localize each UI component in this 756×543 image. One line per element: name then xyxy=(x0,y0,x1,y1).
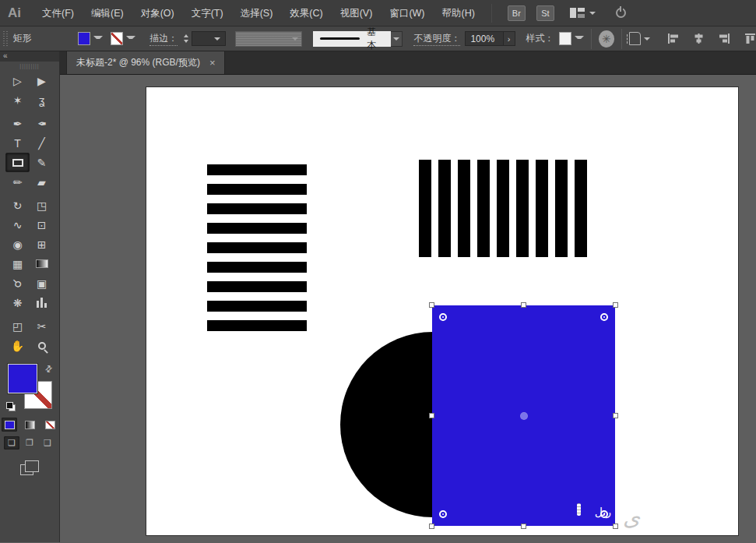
vertical-stripe[interactable] xyxy=(438,160,451,257)
menu-item[interactable]: 文件(F) xyxy=(33,0,83,26)
opacity-field[interactable]: 100% xyxy=(465,31,503,46)
object-center-point[interactable] xyxy=(521,413,527,419)
width-tool[interactable]: ∿ xyxy=(5,215,30,234)
vertical-stripe[interactable] xyxy=(575,160,587,257)
slice-tool[interactable]: ✂ xyxy=(30,316,54,336)
horizontal-stripe[interactable] xyxy=(207,203,307,214)
perspective-grid-tool[interactable]: ⊞ xyxy=(30,234,54,254)
mesh-tool[interactable]: ▦ xyxy=(5,254,30,273)
panel-collapse-button[interactable]: « xyxy=(0,51,59,62)
stroke-weight-field[interactable] xyxy=(192,31,226,46)
horizontal-stripe[interactable] xyxy=(207,242,307,253)
document-setup-button[interactable] xyxy=(629,32,650,45)
horizontal-stripe[interactable] xyxy=(207,164,307,175)
recolor-artwork-icon[interactable]: ✳ xyxy=(599,30,614,48)
stroke-color-none-swatch[interactable] xyxy=(111,32,123,45)
workspace-switcher[interactable] xyxy=(570,8,596,18)
opacity-label[interactable]: 不透明度： xyxy=(413,32,460,46)
bridge-button[interactable]: Br xyxy=(508,5,526,21)
lasso-tool[interactable]: ʓ xyxy=(30,90,54,110)
free-transform-tool[interactable]: ⊡ xyxy=(30,215,54,234)
vertical-stripe[interactable] xyxy=(458,160,470,257)
paintbrush-tool[interactable]: ✎ xyxy=(30,153,54,172)
artboard-tool[interactable]: ◰ xyxy=(5,316,30,336)
draw-behind-button[interactable]: ❐ xyxy=(22,436,37,450)
rectangle-tool[interactable] xyxy=(5,153,30,172)
horizontal-stripe[interactable] xyxy=(207,184,307,195)
cs-live-icon[interactable] xyxy=(616,8,626,18)
pen-tool[interactable]: ✒ xyxy=(5,114,30,133)
horizontal-stripe[interactable] xyxy=(207,301,307,312)
tab-close-icon[interactable]: × xyxy=(209,58,216,68)
swap-fill-stroke-icon[interactable]: ⇄ xyxy=(43,363,55,376)
pencil-tool[interactable]: ✏ xyxy=(5,172,30,192)
stroke-dropdown-icon[interactable] xyxy=(126,36,135,42)
horizontal-stripe[interactable] xyxy=(207,262,307,273)
panel-drag-handle[interactable]: ||||||||| xyxy=(0,62,59,70)
selection-handle[interactable] xyxy=(429,524,434,529)
live-corner-widget[interactable] xyxy=(600,313,608,321)
screen-mode-button[interactable] xyxy=(20,460,39,475)
selection-handle[interactable] xyxy=(613,413,618,418)
menu-item[interactable]: 编辑(E) xyxy=(83,0,132,26)
blend-tool[interactable]: ▣ xyxy=(30,273,54,293)
default-fill-stroke-icon[interactable] xyxy=(6,402,16,411)
vertical-stripe[interactable] xyxy=(497,160,509,257)
fill-color-swatch[interactable] xyxy=(78,32,90,45)
scale-tool[interactable]: ◳ xyxy=(30,196,54,215)
curvature-pen-tool[interactable]: ✒ xyxy=(30,114,54,133)
menu-item[interactable]: 视图(V) xyxy=(332,0,382,26)
selection-handle[interactable] xyxy=(613,302,618,308)
zoom-tool[interactable] xyxy=(30,336,54,355)
align-left-icon[interactable] xyxy=(667,33,679,44)
type-tool[interactable]: T xyxy=(5,133,30,153)
hand-tool[interactable]: ✋ xyxy=(5,336,30,355)
selection-handle[interactable] xyxy=(429,302,434,308)
vertical-stripe[interactable] xyxy=(419,160,431,257)
selected-blue-rectangle[interactable]: ریل ی xyxy=(432,305,615,526)
opacity-expand-button[interactable]: › xyxy=(504,31,515,46)
fill-proxy-swatch[interactable] xyxy=(8,364,37,393)
style-dropdown-icon[interactable] xyxy=(575,36,584,42)
gradient-button[interactable] xyxy=(22,418,37,432)
vertical-stripe[interactable] xyxy=(555,160,568,257)
column-graph-tool[interactable] xyxy=(30,293,54,312)
color-button[interactable] xyxy=(2,418,17,432)
horizontal-stripe[interactable] xyxy=(207,320,307,331)
selection-tool[interactable]: ▷ xyxy=(5,71,30,90)
selection-handle[interactable] xyxy=(521,524,526,529)
direct-selection-tool[interactable]: ▶ xyxy=(30,71,54,90)
horizontal-stripe[interactable] xyxy=(207,223,307,234)
symbol-sprayer-tool[interactable]: ❋ xyxy=(5,293,30,312)
vertical-stripe[interactable] xyxy=(536,160,548,257)
draw-normal-button[interactable]: ❏ xyxy=(4,436,19,450)
align-top-icon[interactable] xyxy=(744,33,756,44)
align-right-icon[interactable] xyxy=(719,33,730,44)
selection-handle[interactable] xyxy=(429,413,434,418)
brush-definition-dropdown[interactable]: 基本 xyxy=(313,31,392,47)
horizontal-stripe[interactable] xyxy=(207,281,307,292)
vertical-stripe[interactable] xyxy=(477,160,490,257)
horizontal-stripes-shape[interactable] xyxy=(207,164,307,331)
draw-inside-button[interactable]: ❑ xyxy=(40,436,55,450)
eyedropper-tool[interactable]: ⚲ xyxy=(5,273,30,293)
magic-wand-tool[interactable]: ✶ xyxy=(5,90,30,110)
brush-dropdown-button[interactable] xyxy=(391,31,403,47)
vertical-stripe[interactable] xyxy=(516,160,529,257)
vertical-stripes-shape[interactable] xyxy=(419,160,587,257)
shape-builder-tool[interactable]: ◉ xyxy=(5,234,30,254)
line-segment-tool[interactable]: ╱ xyxy=(30,133,54,153)
live-corner-widget[interactable] xyxy=(439,313,447,321)
document-tab[interactable]: 未标题-2* @ 96% (RGB/预览) × xyxy=(66,51,225,74)
eraser-tool[interactable]: ▰ xyxy=(30,172,54,192)
menu-item[interactable]: 对象(O) xyxy=(132,0,183,26)
stroke-weight-dropdown-icon[interactable] xyxy=(214,37,220,41)
style-swatch[interactable] xyxy=(559,32,571,45)
menu-item[interactable]: 窗口(W) xyxy=(381,0,433,26)
stepper-up-icon[interactable] xyxy=(184,34,188,37)
menu-item[interactable]: 帮助(H) xyxy=(434,0,483,26)
rotate-tool[interactable]: ↻ xyxy=(5,196,30,215)
gradient-tool[interactable] xyxy=(30,254,54,273)
none-button[interactable] xyxy=(42,418,58,432)
fill-dropdown-icon[interactable] xyxy=(93,36,103,42)
